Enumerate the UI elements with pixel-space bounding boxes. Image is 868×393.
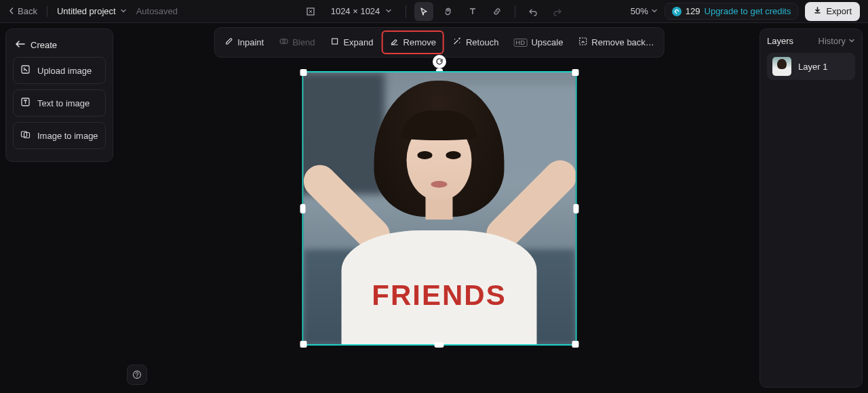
inpaint-icon xyxy=(224,37,233,48)
pointer-tool[interactable] xyxy=(414,2,433,21)
dimensions-text: 1024 × 1024 xyxy=(331,6,380,16)
chevron-down-icon xyxy=(848,36,855,46)
sidebar-right: Layers History Layer 1 xyxy=(760,23,868,393)
history-label: History xyxy=(818,36,846,46)
divider xyxy=(47,6,47,17)
text-to-image-icon xyxy=(20,97,31,109)
text-to-image-label: Text to image xyxy=(37,98,90,108)
canvas-image[interactable]: FRIENDS xyxy=(303,73,575,344)
resize-handle-bl[interactable] xyxy=(300,341,307,348)
chevron-down-icon xyxy=(120,6,127,16)
resize-handle-tr[interactable] xyxy=(572,69,578,76)
undo-button[interactable] xyxy=(524,2,542,21)
layers-panel: Layers History Layer 1 xyxy=(760,28,863,388)
image-to-image-icon xyxy=(20,129,31,142)
upscale-label: Upscale xyxy=(531,37,563,47)
inpaint-button[interactable]: Inpaint xyxy=(217,32,271,53)
image-to-image-button[interactable]: Image to image xyxy=(13,122,106,149)
header-left: Back Untitled project Autosaved xyxy=(8,6,301,17)
help-button[interactable] xyxy=(127,365,147,385)
layer-thumbnail xyxy=(772,57,791,76)
blend-label: Blend xyxy=(292,37,315,47)
history-dropdown[interactable]: History xyxy=(818,36,855,46)
remove-bg-label: Remove back… xyxy=(591,37,654,47)
layer-row[interactable]: Layer 1 xyxy=(767,53,855,80)
action-toolbar: Inpaint Blend Expand Remove Retouch HD U… xyxy=(214,27,665,58)
image-to-image-label: Image to image xyxy=(37,131,98,141)
figure-eye xyxy=(446,151,461,159)
header-center: 1024 × 1024 xyxy=(301,2,568,21)
resize-handle-tl[interactable] xyxy=(300,69,307,76)
resize-handle-mr[interactable] xyxy=(573,204,578,213)
upload-image-button[interactable]: Upload image xyxy=(13,57,106,84)
export-label: Export xyxy=(826,6,852,16)
back-button[interactable]: Back xyxy=(8,6,37,16)
header-right: 50% 129 Upgrade to get credits Export xyxy=(567,2,860,21)
layers-header: Layers History xyxy=(767,36,855,46)
credits-count: 129 xyxy=(686,6,701,16)
create-panel: Create Upload image Text to image Image … xyxy=(5,28,113,162)
resize-handle-ml[interactable] xyxy=(300,204,305,213)
credits-pill[interactable]: 129 Upgrade to get credits xyxy=(665,3,799,20)
retouch-label: Retouch xyxy=(466,37,498,47)
main-area: Create Upload image Text to image Image … xyxy=(0,23,868,393)
canvas-selection-frame[interactable]: FRIENDS xyxy=(302,71,576,346)
chevron-down-icon xyxy=(385,6,392,16)
hand-tool[interactable] xyxy=(439,2,458,21)
text-to-image-button[interactable]: Text to image xyxy=(13,89,106,117)
link-tool[interactable] xyxy=(488,2,507,21)
remove-button[interactable]: Remove xyxy=(382,30,444,54)
remove-bg-icon xyxy=(578,37,587,48)
eraser-icon xyxy=(390,37,399,48)
expand-button[interactable]: Expand xyxy=(323,32,380,53)
rotate-handle[interactable] xyxy=(433,55,446,68)
resize-handle-mb[interactable] xyxy=(435,342,444,348)
back-label: Back xyxy=(18,6,37,16)
redo-button[interactable] xyxy=(548,2,567,21)
back-arrow-icon xyxy=(16,40,25,50)
chevron-down-icon xyxy=(651,6,658,16)
svg-point-10 xyxy=(454,39,455,39)
project-name-text: Untitled project xyxy=(57,6,116,16)
download-icon xyxy=(813,6,822,17)
expand-label: Expand xyxy=(343,37,373,47)
layers-title: Layers xyxy=(767,36,793,46)
resize-handle-br[interactable] xyxy=(572,341,578,348)
create-title: Create xyxy=(31,40,57,50)
text-tool[interactable] xyxy=(463,2,482,21)
retouch-button[interactable]: Retouch xyxy=(446,32,505,53)
autosave-status: Autosaved xyxy=(136,6,178,16)
blend-button: Blend xyxy=(272,32,321,53)
hd-icon: HD xyxy=(513,39,527,47)
export-button[interactable]: Export xyxy=(805,2,860,21)
credits-icon xyxy=(672,7,682,16)
upload-image-label: Upload image xyxy=(37,66,92,76)
layer-name: Layer 1 xyxy=(798,62,827,72)
remove-label: Remove xyxy=(403,37,436,47)
upload-image-icon xyxy=(20,64,31,77)
canvas-size-icon[interactable] xyxy=(301,2,320,21)
svg-point-13 xyxy=(136,376,137,377)
svg-point-2 xyxy=(24,68,25,69)
canvas-area[interactable]: Inpaint Blend Expand Remove Retouch HD U… xyxy=(119,23,760,393)
shirt-print-text: FRIENDS xyxy=(372,279,506,312)
zoom-text: 50% xyxy=(631,6,648,16)
blend-icon xyxy=(279,37,288,48)
figure-eye xyxy=(417,151,432,159)
sidebar-left: Create Upload image Text to image Image … xyxy=(0,23,119,393)
upgrade-link[interactable]: Upgrade to get credits xyxy=(705,6,791,16)
chevron-left-icon xyxy=(8,6,15,16)
remove-bg-button[interactable]: Remove back… xyxy=(571,32,660,53)
top-header: Back Untitled project Autosaved 1024 × 1… xyxy=(0,0,868,23)
inpaint-label: Inpaint xyxy=(237,37,264,47)
retouch-icon xyxy=(452,37,462,48)
expand-icon xyxy=(330,37,339,48)
dimensions-dropdown[interactable]: 1024 × 1024 xyxy=(326,3,398,19)
project-name-dropdown[interactable]: Untitled project xyxy=(57,6,127,16)
svg-point-9 xyxy=(459,42,460,43)
divider xyxy=(515,5,515,18)
create-heading: Create xyxy=(13,36,106,57)
upscale-button[interactable]: HD Upscale xyxy=(507,33,570,52)
divider xyxy=(406,5,406,18)
zoom-dropdown[interactable]: 50% xyxy=(631,6,658,16)
